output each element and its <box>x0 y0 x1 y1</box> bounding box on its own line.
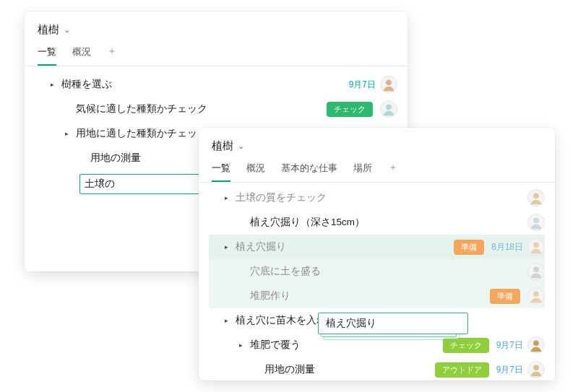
avatar[interactable] <box>380 76 397 93</box>
avatar[interactable] <box>527 214 545 231</box>
tabs: 一覧概況＋ <box>25 41 407 66</box>
avatar[interactable] <box>527 238 545 256</box>
task-row[interactable]: ▸気候に適した種類かチェックチェック <box>35 97 397 121</box>
due-date[interactable]: 9月7日 <box>496 339 523 352</box>
tab-0[interactable]: 一覧 <box>38 41 56 66</box>
tab-3[interactable]: 場所 <box>353 157 372 182</box>
disclosure-triangle-icon[interactable]: ▸ <box>239 341 246 349</box>
add-tab-button[interactable]: ＋ <box>107 42 117 65</box>
disclosure-triangle-icon[interactable]: ▸ <box>225 317 231 324</box>
svg-point-3 <box>386 104 392 110</box>
svg-point-7 <box>533 217 539 223</box>
card-title-row: 植樹 ⌄ <box>25 12 407 41</box>
task-label: 用地の測量 <box>90 152 141 165</box>
avatar[interactable] <box>527 336 545 354</box>
card-title-row: 植樹 ⌄ <box>199 128 555 157</box>
svg-point-5 <box>533 193 539 199</box>
card-planting-b: 植樹 ⌄ 一覧概況基本的な仕事場所＋ 植え穴掘り ▸土壌の質をチェック▸植え穴掘… <box>199 128 555 380</box>
disclosure-triangle-icon[interactable]: ▸ <box>51 81 57 88</box>
due-date[interactable]: 9月7日 <box>496 364 523 376</box>
task-label: 樹種を選ぶ <box>61 78 112 91</box>
task-row[interactable]: ▸穴底に土を盛る <box>209 259 545 284</box>
status-tag[interactable]: 準備 <box>490 289 520 304</box>
svg-point-13 <box>533 291 539 297</box>
avatar[interactable] <box>527 189 545 206</box>
svg-point-1 <box>386 79 392 85</box>
due-date[interactable]: 8月18日 <box>491 241 523 253</box>
avatar[interactable] <box>380 100 397 118</box>
card-title[interactable]: 植樹 <box>212 139 233 153</box>
tab-0[interactable]: 一覧 <box>212 157 230 182</box>
svg-point-15 <box>533 340 539 346</box>
chevron-down-icon[interactable]: ⌄ <box>64 25 70 35</box>
drag-label: 植え穴掘り <box>326 317 376 330</box>
tab-1[interactable]: 概況 <box>72 41 91 66</box>
disclosure-triangle-icon[interactable]: ▸ <box>225 194 231 201</box>
tab-2[interactable]: 基本的な仕事 <box>281 157 337 182</box>
disclosure-triangle-icon[interactable]: ▸ <box>225 243 231 251</box>
task-label: 気候に適した種類かチェック <box>76 103 207 116</box>
status-tag[interactable]: 準備 <box>454 240 484 255</box>
due-date[interactable]: 9月7日 <box>349 79 376 91</box>
status-tag[interactable]: アウトドア <box>435 362 489 378</box>
drag-card[interactable]: 植え穴掘り <box>318 313 468 334</box>
task-row[interactable]: ▸樹種を選ぶ9月7日 <box>35 72 397 97</box>
svg-point-9 <box>533 242 539 248</box>
chevron-down-icon[interactable]: ⌄ <box>238 141 244 151</box>
disclosure-triangle-icon[interactable]: ▸ <box>65 130 72 137</box>
avatar[interactable] <box>527 361 545 378</box>
card-title[interactable]: 植樹 <box>38 23 59 37</box>
task-label: 植え穴掘り（深さ15cm） <box>250 216 365 229</box>
task-row[interactable]: ▸植え穴掘り（深さ15cm） <box>209 210 545 235</box>
svg-point-11 <box>533 266 539 272</box>
svg-point-17 <box>533 365 539 370</box>
task-label: 土壌の質をチェック <box>236 191 327 204</box>
add-tab-button[interactable]: ＋ <box>388 158 398 181</box>
avatar[interactable] <box>527 263 545 280</box>
task-label: 用地の測量 <box>264 363 315 376</box>
task-label: 用地に適した種類かチェッ <box>76 127 197 140</box>
task-label: 穴底に土を盛る <box>250 265 321 278</box>
task-label: 堆肥で覆う <box>250 339 301 352</box>
task-label: 植え穴掘り <box>236 240 286 253</box>
task-list: 植え穴掘り ▸土壌の質をチェック▸植え穴掘り（深さ15cm）▸植え穴掘り準備8月… <box>199 183 555 392</box>
task-row[interactable]: ▸堆肥作り準備 <box>209 284 545 308</box>
task-row[interactable]: ▸植え穴掘り準備8月18日 <box>209 235 545 259</box>
task-label: 堆肥作り <box>250 289 290 302</box>
status-tag[interactable]: チェック <box>327 102 373 117</box>
avatar[interactable] <box>527 287 545 305</box>
tab-1[interactable]: 概況 <box>246 157 265 182</box>
tabs: 一覧概況基本的な仕事場所＋ <box>199 157 555 183</box>
task-row[interactable]: ▸用地の測量アウトドア9月7日 <box>209 357 545 382</box>
task-row[interactable]: ▸土壌の質をチェック <box>209 186 545 210</box>
